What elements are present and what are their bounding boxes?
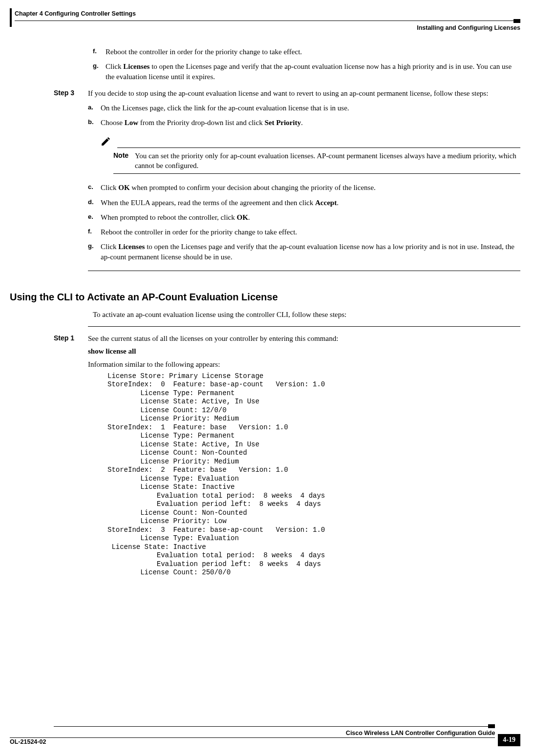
section-heading: Using the CLI to Activate an AP-Count Ev… — [10, 291, 520, 304]
list-text: Choose Low from the Priority drop-down l… — [101, 119, 303, 126]
section-intro: To activate an ap-count evaluation licen… — [93, 310, 520, 319]
list-text: When prompted to reboot the controller, … — [101, 213, 250, 221]
footer-docnum: OL-21524-02 — [10, 738, 46, 746]
list-text: Click Licenses to open the Licenses page… — [106, 63, 512, 80]
list-item: c. Click OK when prompted to confirm you… — [88, 183, 520, 192]
note-pencil-icon — [101, 137, 113, 148]
step-label: Step 1 — [54, 334, 88, 577]
list-text: Reboot the controller in order for the p… — [106, 48, 302, 56]
page-footer: Cisco Wireless LAN Controller Configurat… — [10, 724, 520, 746]
note-block: Note You can set the priority only for a… — [101, 135, 520, 176]
footer-marker-icon — [488, 724, 495, 728]
list-item: b. Choose Low from the Priority drop-dow… — [88, 118, 520, 176]
list-text: Click Licenses to open the Licenses page… — [101, 243, 514, 260]
step-3: Step 3 If you decide to stop using the a… — [54, 88, 520, 271]
list-item: d. When the EULA appears, read the terms… — [88, 198, 520, 208]
continuing-list: f.Reboot the controller in order for the… — [54, 47, 520, 82]
main-content: f.Reboot the controller in order for the… — [54, 47, 520, 271]
list-text: When the EULA appears, read the terms of… — [101, 199, 339, 207]
list-text: On the Licenses page, click the link for… — [101, 104, 349, 112]
page-header: Chapter 4 Configuring Controller Setting… — [10, 10, 520, 27]
footer-guide-title: Cisco Wireless LAN Controller Configurat… — [10, 729, 495, 737]
note-text: You can set the priority only for ap-cou… — [135, 151, 520, 171]
list-text: Reboot the controller in order for the p… — [101, 228, 297, 236]
list-item: g. Click Licenses to open the Licenses p… — [88, 242, 520, 262]
list-item: f.Reboot the controller in order for the… — [93, 47, 520, 57]
page-number: 4-19 — [498, 734, 520, 746]
list-item: f.Reboot the controller in order for the… — [88, 227, 520, 237]
list-text: Click OK when prompted to confirm your d… — [101, 184, 376, 191]
header-marker-icon — [514, 19, 520, 23]
list-item: e. When prompted to reboot the controlle… — [88, 212, 520, 222]
step-label: Step 3 — [54, 88, 88, 271]
step-line: Information similar to the following app… — [88, 359, 520, 369]
list-item: g. Click Licenses to open the Licenses p… — [93, 62, 520, 82]
note-label: Note — [113, 151, 135, 160]
cli-command: show license all — [88, 346, 520, 356]
step-intro: If you decide to stop using the ap-count… — [88, 88, 520, 98]
list-item: a.On the Licenses page, click the link f… — [88, 103, 520, 113]
step-line: See the current status of all the licens… — [88, 334, 520, 343]
cli-output: License Store: Primary License Storage S… — [107, 372, 520, 577]
chapter-label: Chapter 4 Configuring Controller Setting… — [15, 10, 520, 18]
step-1: Step 1 See the current status of all the… — [54, 334, 520, 577]
header-section: Installing and Configuring Licenses — [15, 24, 520, 32]
